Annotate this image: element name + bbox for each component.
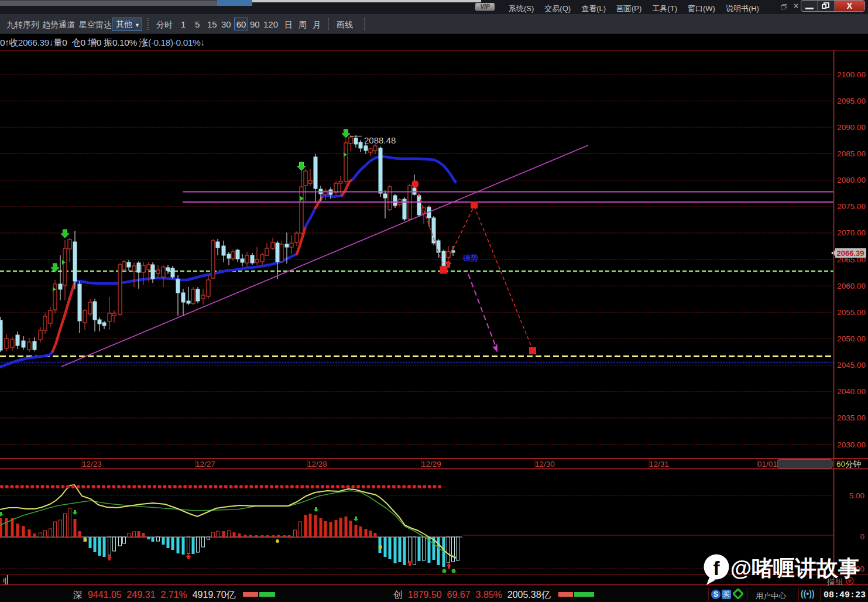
svg-text:@啫喱讲故事: @啫喱讲故事	[730, 556, 860, 580]
svg-text:2030.00: 2030.00	[837, 440, 866, 449]
svg-text:2040.00: 2040.00	[837, 387, 866, 396]
svg-text:2055.00: 2055.00	[837, 308, 866, 317]
svg-text:2060.00: 2060.00	[837, 282, 866, 290]
svg-text:2080.00: 2080.00	[837, 176, 866, 184]
svg-text:2090.00: 2090.00	[837, 123, 866, 132]
svg-text:0: 0	[860, 532, 864, 541]
svg-text:2070.00: 2070.00	[837, 228, 866, 237]
svg-text:12/28: 12/28	[307, 460, 327, 468]
svg-text:12/31: 12/31	[649, 460, 669, 468]
svg-text:f: f	[713, 557, 721, 579]
svg-text:2075.00: 2075.00	[837, 202, 866, 211]
svg-text:2085.00: 2085.00	[837, 149, 866, 158]
svg-text:强势: 强势	[462, 254, 479, 262]
svg-text:2035.00: 2035.00	[837, 413, 866, 422]
svg-text:2100.00: 2100.00	[837, 70, 866, 79]
svg-text:12/30: 12/30	[535, 460, 555, 468]
svg-text:刂: 刂	[0, 577, 7, 585]
svg-text:5.00: 5.00	[849, 491, 864, 500]
svg-text:2045.00: 2045.00	[837, 361, 866, 370]
svg-text:12/27: 12/27	[195, 460, 215, 468]
svg-text:2088.48: 2088.48	[364, 135, 396, 145]
svg-text:2095.00: 2095.00	[837, 97, 866, 105]
svg-text:12/23: 12/23	[82, 460, 102, 468]
svg-text:2050.00: 2050.00	[837, 334, 866, 343]
svg-text:12/29: 12/29	[421, 460, 441, 468]
svg-text:01/01: 01/01	[757, 460, 777, 468]
svg-text:60分钟: 60分钟	[836, 460, 861, 468]
svg-text:2066.39: 2066.39	[837, 249, 864, 258]
